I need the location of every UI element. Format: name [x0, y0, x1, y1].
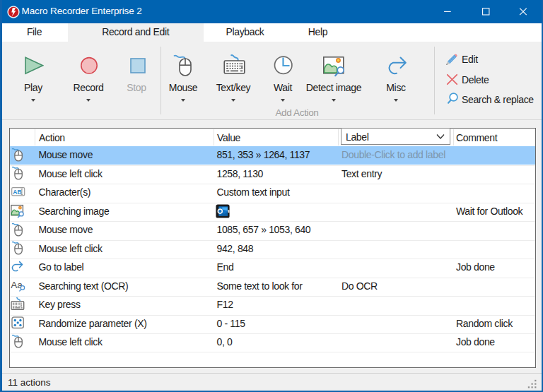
svg-text:AB: AB — [13, 189, 21, 196]
